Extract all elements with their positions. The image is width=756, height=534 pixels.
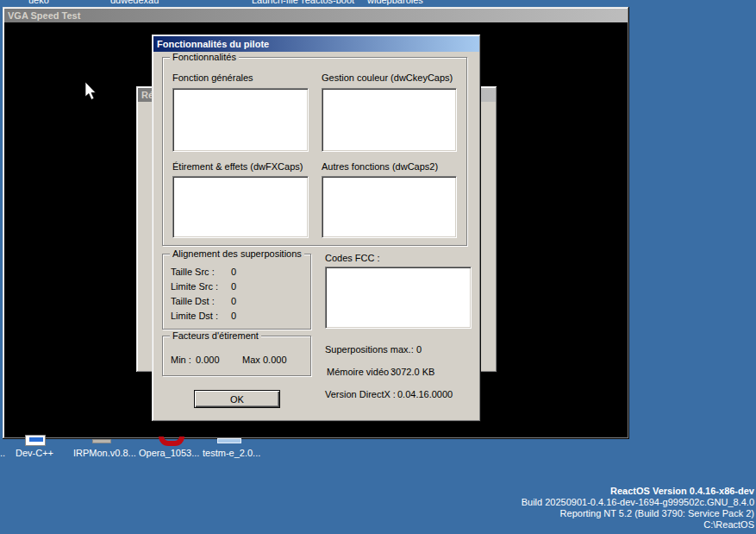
version-line-2: Build 20250901-0.4.16-dev-1694-g999502c.… (522, 497, 754, 508)
desktop-icon-label-cut-3[interactable]: Launch-file (252, 0, 298, 5)
general-functions-label: Fonction générales (172, 72, 253, 83)
dst-size-value: 0 (231, 296, 236, 306)
src-limit-value: 0 (231, 281, 236, 292)
desktop-icon-label-irpmon[interactable]: IRPMon.v0.8... (73, 448, 136, 458)
desktop-icon-label-opera[interactable]: Opera_1053... (139, 448, 199, 458)
stretch-max-value: 0.000 (263, 355, 287, 365)
vga-window-title: VGA Speed Test (8, 10, 80, 21)
directx-version-value: 0.04.16.0000 (397, 389, 453, 399)
features-group-legend: Fonctionnalités (170, 52, 239, 62)
dialog-titlebar[interactable]: Fonctionnalités du pilote (153, 36, 479, 52)
version-line-3: Reporting NT 5.2 (Build 3790: Service Pa… (522, 508, 754, 519)
video-memory-label: Mémoire vidéo : (327, 367, 394, 377)
desktop-icon-label-cut-5[interactable]: widepbaroles (367, 0, 423, 5)
testm-icon[interactable] (217, 438, 241, 443)
overlay-alignment-groupbox: Alignement des superpositions Taille Src… (162, 254, 311, 330)
stretch-effects-label: Étirement & effets (dwFXCaps) (172, 161, 303, 172)
irpmon-icon[interactable] (92, 439, 111, 443)
desktop-icon-label-cut-4[interactable]: reactos-boot (302, 0, 354, 5)
ok-button[interactable]: OK (194, 390, 280, 408)
general-functions-listbox[interactable] (172, 88, 309, 152)
vga-window-titlebar[interactable]: VGA Speed Test (4, 9, 628, 22)
color-management-listbox[interactable] (322, 88, 457, 152)
version-line-1: ReactOS Version 0.4.16-x86-dev (522, 486, 754, 497)
src-limit-label: Limite Src : (171, 281, 218, 292)
video-memory-value: 3072.0 KB (390, 367, 434, 377)
desktop-icon-label-cut-1[interactable]: ueko (28, 0, 49, 5)
desktop: ueko ddwedexau Launch-file reactos-boot … (0, 0, 756, 534)
opera-icon[interactable] (159, 437, 184, 446)
driver-features-dialog: Fonctionnalités du pilote Fonctionnalité… (152, 35, 481, 422)
directx-version-label: Version DirectX : (325, 389, 396, 399)
fcc-codes-listbox[interactable] (325, 267, 472, 329)
stretch-factors-groupbox: Facteurs d'étirement Min : 0.000 Max 0.0… (162, 336, 311, 376)
desktop-icon-label-cut-left[interactable]: ... (0, 448, 5, 458)
overlay-alignment-legend: Alignement des superpositions (170, 248, 304, 259)
devcpp-icon-bar (29, 437, 43, 442)
stretch-min-value: 0.000 (196, 355, 220, 365)
stretch-factors-legend: Facteurs d'étirement (170, 330, 261, 341)
src-size-value: 0 (231, 267, 236, 277)
dst-limit-label: Limite Dst : (171, 311, 218, 321)
desktop-icon-label-devcpp[interactable]: Dev-C++ (16, 448, 53, 458)
reactos-version-info: ReactOS Version 0.4.16-x86-dev Build 202… (522, 486, 754, 531)
dst-size-label: Taille Dst : (171, 296, 215, 306)
stretch-effects-listbox[interactable] (172, 176, 309, 238)
stretch-max-label: Max (242, 355, 260, 365)
max-overlays-value: 0 (416, 344, 422, 355)
stretch-min-label: Min : (171, 355, 191, 365)
mouse-cursor-icon (84, 81, 98, 102)
max-overlays-label: Superpositions max.: (325, 344, 414, 355)
dialog-title: Fonctionnalités du pilote (157, 39, 269, 49)
src-size-label: Taille Src : (171, 267, 215, 277)
color-management-label: Gestion couleur (dwCkeyCaps) (322, 72, 453, 83)
dst-limit-value: 0 (231, 311, 236, 321)
other-functions-label: Autres fonctions (dwCaps2) (322, 161, 438, 172)
desktop-icon-label-testm[interactable]: testm-e_2.0... (203, 448, 260, 458)
fcc-codes-label: Codes FCC : (325, 253, 380, 263)
other-functions-listbox[interactable] (322, 176, 457, 238)
version-line-4: C:\ReactOS (522, 519, 754, 531)
devcpp-icon[interactable] (25, 435, 46, 446)
desktop-icon-label-cut-2[interactable]: ddwedexau (110, 0, 159, 5)
